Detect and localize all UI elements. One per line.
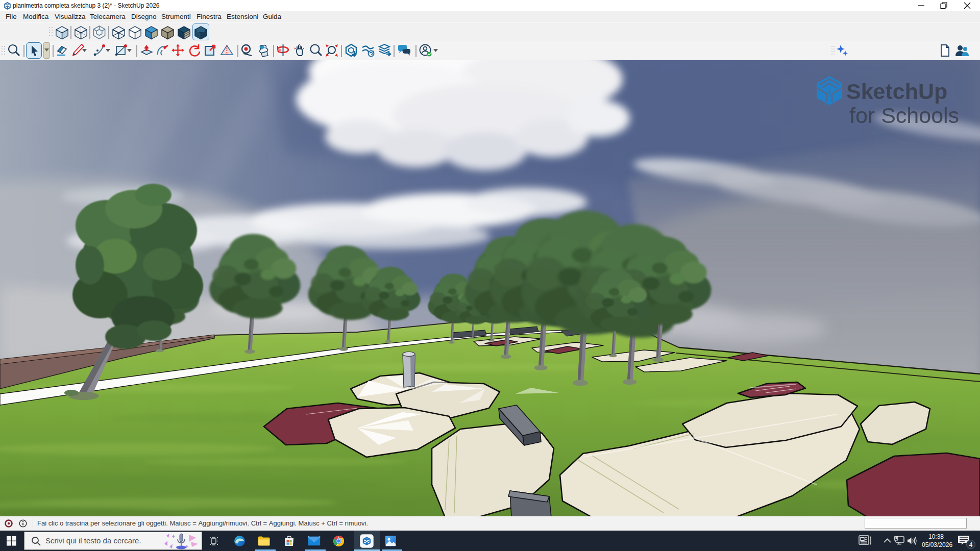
svg-text:4: 4 [969, 541, 973, 548]
svg-text:for Schools: for Schools [849, 103, 959, 128]
svg-text:SketchUp: SketchUp [846, 79, 947, 104]
